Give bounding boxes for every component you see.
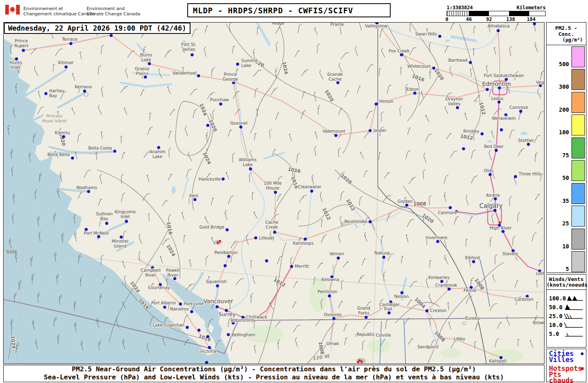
- city-label: Cranbrook: [435, 283, 458, 287]
- city-dot: [232, 81, 235, 84]
- city-dot: [387, 311, 391, 314]
- product-title-box: MLDP - HRDPS/SHRPD - CWFIS/SCIFV: [187, 3, 391, 17]
- city-label: Vegreville: [536, 80, 545, 85]
- city-label: Trail: [383, 306, 392, 311]
- wind-barb-icon: [563, 303, 584, 311]
- city-label: Lillooet: [259, 235, 274, 240]
- legend-color-swatch: [571, 92, 585, 113]
- city-label: Squamish: [206, 279, 227, 284]
- legend-level-value: 50: [562, 175, 569, 181]
- city-label: Colville: [376, 333, 391, 337]
- legend-color-swatch: [571, 183, 585, 204]
- legend-level-value: 35: [562, 198, 569, 204]
- city-label: Abbotsford: [230, 318, 253, 323]
- legend-color-swatch: [571, 251, 585, 272]
- city-dot: [369, 129, 372, 132]
- scale-tick-labels: 04692138184: [447, 16, 546, 22]
- city-label: Edmonton: [482, 81, 511, 87]
- legend-level-row: 10: [547, 227, 586, 250]
- city-dot: [334, 134, 337, 137]
- datetime-label: Wednesday, 22 April 2026 19:00 PDT (42/4…: [8, 24, 186, 32]
- pm25-legend-units: (µg/m³): [547, 37, 586, 43]
- caption-box: PM2.5 Near-Ground Air Concentrations (µg…: [3, 365, 545, 382]
- city-label: 100 MileHouse: [264, 181, 282, 190]
- city-label: Port Alberni: [151, 300, 176, 305]
- city-label: Stavely: [502, 251, 518, 256]
- legend-level-value: 100: [559, 129, 569, 135]
- wind-speed-value: 10.0: [549, 322, 563, 328]
- city-label: Swan Hills: [415, 31, 437, 36]
- legend-color-swatch: [571, 137, 585, 158]
- city-label: Clearwater: [298, 184, 321, 189]
- legend-level-row: 100: [547, 114, 586, 137]
- city-dot: [226, 228, 229, 231]
- city-label: PrinceGeorge: [223, 72, 238, 81]
- city-label: Sandpoint: [417, 344, 439, 349]
- legend-level-value: 75: [562, 152, 569, 158]
- legend-level-row: 25: [547, 205, 586, 228]
- contour-label: 1008: [413, 201, 426, 207]
- city-dot: [328, 294, 331, 298]
- city-dot: [227, 333, 230, 336]
- city-dot: [206, 124, 209, 127]
- city-dot: [500, 128, 503, 131]
- winds-legend-panel: Winds/Vents (knots/noeuds) 100.050.025.0…: [546, 274, 586, 348]
- city-dot: [105, 222, 108, 225]
- city-label: GrandePrairie: [329, 23, 345, 27]
- wind-speed-row: 100.0: [547, 294, 586, 303]
- city-label: Kemano: [75, 84, 92, 89]
- city-dot: [239, 125, 242, 129]
- city-label: Bella Coola: [88, 146, 112, 150]
- hotspot-square-icon: [581, 367, 584, 370]
- hotspot-marker: [357, 361, 359, 363]
- city-label: Kitimat: [58, 60, 73, 65]
- hotspots-legend: Hotspots Pts chauds: [549, 366, 584, 383]
- caption-line2: Sea-Level Pressure (hPa) and Low-Level W…: [4, 373, 544, 381]
- city-dot: [375, 102, 378, 106]
- city-label: BurnsLake: [140, 52, 152, 62]
- city-label: Kalispell: [489, 358, 506, 363]
- city-label: Vernon: [329, 251, 344, 256]
- hotspot-marker: [499, 222, 501, 224]
- city-label: Surrey: [219, 311, 236, 317]
- wind-barb-icon: [563, 330, 584, 338]
- wind-barb-icon: [563, 321, 584, 329]
- scale-ratio: 1:3303824: [447, 5, 473, 10]
- scale-tick: 46: [466, 17, 472, 22]
- city-dot: [64, 65, 68, 69]
- city-dot: [254, 236, 257, 239]
- city-label: Vancouver: [203, 298, 233, 304]
- city-dot: [527, 143, 530, 146]
- city-dot: [71, 156, 74, 160]
- city-dot: [227, 255, 230, 258]
- city-dot: [206, 335, 209, 338]
- city-label: Victoria: [200, 349, 216, 354]
- city-dot: [215, 305, 219, 308]
- city-dot: [400, 53, 403, 56]
- city-label: Courtenay: [148, 285, 170, 290]
- city-label: Pemberton: [214, 250, 237, 255]
- city-label: Nanaimo: [170, 306, 189, 311]
- city-dot: [148, 62, 151, 65]
- legend-level-value: 5: [566, 266, 569, 272]
- wind-barb-icon: [566, 294, 584, 302]
- city-label: Fort Saskatchewan: [484, 73, 524, 78]
- city-label: Penticton: [317, 289, 337, 294]
- org-name-french: Environnement et Changement climatique C…: [23, 6, 95, 17]
- city-label: Valemount: [323, 129, 345, 133]
- markers-legend-panel: Cities Villes Hotspots Pts chauds: [546, 349, 586, 382]
- hotspot-marker: [217, 242, 219, 244]
- city-dot: [219, 102, 222, 106]
- city-label: GrandeCache: [327, 72, 343, 81]
- city-label: Republic: [357, 332, 375, 337]
- city-label: Quesnel: [230, 121, 248, 125]
- scale-unit-label: Kilometers: [517, 5, 546, 10]
- city-label: Barrhead: [448, 58, 468, 62]
- legend-level-row: 5: [547, 250, 586, 273]
- datetime-box: Wednesday, 22 April 2026 19:00 PDT (42/4…: [4, 23, 190, 34]
- city-label: Olds: [484, 168, 493, 173]
- city-label: Fox Creek: [389, 48, 410, 53]
- city-dot: [432, 67, 435, 70]
- city-label: Fernie: [464, 288, 476, 293]
- city-dot-icon: [581, 352, 584, 355]
